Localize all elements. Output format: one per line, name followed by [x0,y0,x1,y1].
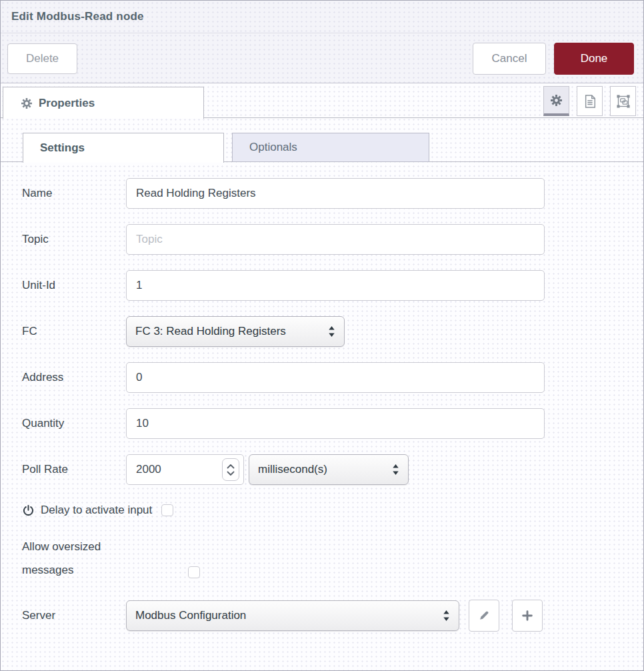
fc-row: FC FC 3: Read Holding Registers [22,316,643,347]
fc-select-value: FC 3: Read Holding Registers [135,325,321,338]
server-select-value: Modbus Configuration [135,609,436,622]
topic-row: Topic [22,224,643,255]
appearance-button[interactable] [610,86,636,116]
poll-rate-label: Poll Rate [22,463,126,476]
plus-icon [521,610,533,622]
done-button[interactable]: Done [554,43,634,75]
gear-icon [21,98,32,109]
poll-rate-stepper [126,454,244,485]
appearance-icon [617,95,630,108]
quantity-input[interactable] [126,408,545,439]
fc-select[interactable]: FC 3: Read Holding Registers [126,316,345,347]
edit-server-button[interactable] [469,600,499,632]
oversized-label: Allow oversized messages [22,535,129,582]
settings-form: Name Topic Unit-Id FC FC 3: Read Holding… [1,162,643,485]
oversized-row: Allow oversized messages [22,535,643,582]
power-icon [22,504,35,517]
select-arrows-icon [321,325,335,338]
dialog-toolbar: Delete Cancel Done [1,33,643,83]
select-arrows-icon [436,610,450,622]
unit-id-label: Unit-Id [22,279,126,292]
unit-id-input[interactable] [126,270,545,301]
properties-tab-row: Properties [1,83,643,118]
select-arrows-icon [385,464,399,476]
pencil-icon [478,610,490,622]
description-button[interactable] [577,86,603,116]
edit-modbus-read-dialog: Edit Modbus-Read node Delete Cancel Done… [0,0,644,671]
add-server-button[interactable] [512,600,543,632]
dialog-content: Settings Optionals Name Topic Unit-Id FC… [1,118,643,632]
poll-rate-unit-select[interactable]: millisecond(s) [249,454,409,485]
address-input[interactable] [126,362,545,393]
document-icon [584,95,596,108]
address-label: Address [22,371,126,384]
server-row: Server Modbus Configuration [22,600,643,632]
delay-checkbox[interactable] [161,504,173,516]
tab-optionals[interactable]: Optionals [232,133,429,162]
server-label: Server [22,609,126,622]
server-section: Server Modbus Configuration [1,600,643,632]
server-select[interactable]: Modbus Configuration [126,600,459,631]
topic-input[interactable] [126,224,545,255]
settings-tab-bar: Settings Optionals [1,133,643,162]
dialog-header: Edit Modbus-Read node [1,1,643,33]
poll-rate-row: Poll Rate millisecond(s) [22,454,643,485]
delay-label: Delay to activate input [41,504,152,517]
delay-row: Delay to activate input [22,504,643,517]
name-input[interactable] [126,178,545,209]
properties-gear-button[interactable] [543,86,569,116]
topic-label: Topic [22,233,126,246]
cancel-button[interactable]: Cancel [473,43,546,75]
unit-id-row: Unit-Id [22,270,643,301]
delete-button[interactable]: Delete [7,43,77,74]
editor-icon-buttons [543,86,636,116]
gear-icon [551,95,562,106]
tab-properties[interactable]: Properties [3,87,204,119]
name-label: Name [22,187,126,200]
address-row: Address [22,362,643,393]
name-row: Name [22,178,643,209]
dialog-title: Edit Modbus-Read node [11,10,144,23]
quantity-row: Quantity [22,408,643,439]
quantity-label: Quantity [22,417,126,430]
oversized-checkbox[interactable] [188,566,200,578]
tab-properties-label: Properties [39,97,95,110]
poll-rate-unit-value: millisecond(s) [258,463,385,476]
stepper-arrows[interactable] [222,458,239,481]
tab-settings[interactable]: Settings [23,133,224,163]
fc-label: FC [22,325,126,338]
